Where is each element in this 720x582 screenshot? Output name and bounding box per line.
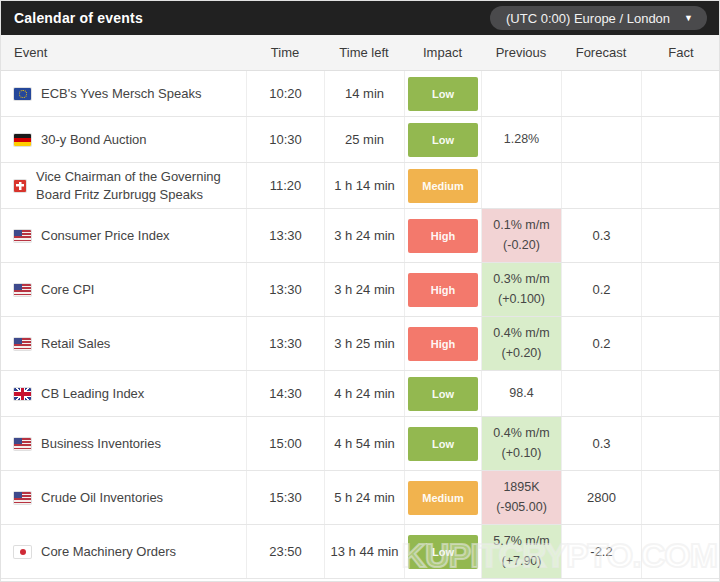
column-header-forecast: Forecast (561, 35, 641, 70)
fact-cell (641, 163, 720, 208)
event-name: Vice Chairman of the Governing Board Fri… (36, 168, 236, 203)
event-name: Crude Oil Inventories (41, 489, 236, 507)
table-row[interactable]: Core CPI 13:30 3 h 24 min High 0.3% m/m(… (1, 263, 719, 317)
time-left-cell: 13 h 44 min (324, 525, 404, 578)
time-left-cell: 1 h 14 min (324, 163, 404, 208)
forecast-cell: 0.2 (561, 317, 641, 370)
table-row[interactable]: CB Leading Index 14:30 4 h 24 min Low 98… (1, 371, 719, 417)
fact-cell (641, 371, 720, 416)
time-cell: 10:30 (246, 117, 324, 162)
column-header-event: Event (1, 35, 246, 70)
impact-badge: Low (408, 123, 478, 157)
event-cell: Consumer Price Index (1, 209, 246, 262)
forecast-cell (561, 163, 641, 208)
fact-cell (641, 417, 720, 470)
flag-japan-icon (14, 546, 31, 558)
timezone-dropdown-value: (UTC 0:00) Europe / London (506, 11, 670, 26)
time-left-cell: 3 h 25 min (324, 317, 404, 370)
previous-cell (481, 71, 561, 116)
previous-cell: 1895K(-905.00) (481, 471, 561, 524)
impact-badge: Low (408, 77, 478, 111)
time-left-cell: 5 h 24 min (324, 471, 404, 524)
previous-cell: 0.3% m/m(+0.100) (481, 263, 561, 316)
time-cell: 13:30 (246, 209, 324, 262)
forecast-cell (561, 117, 641, 162)
event-cell: Core CPI (1, 263, 246, 316)
event-name: Consumer Price Index (41, 227, 236, 245)
table-row[interactable]: Business Inventories 15:00 4 h 54 min Lo… (1, 417, 719, 471)
table-row[interactable]: Retail Sales 13:30 3 h 25 min High 0.4% … (1, 317, 719, 371)
table-row[interactable]: Crude Oil Inventories 15:30 5 h 24 min M… (1, 471, 719, 525)
time-cell: 15:30 (246, 471, 324, 524)
impact-cell: Low (404, 371, 481, 416)
fact-cell (641, 117, 720, 162)
table-row[interactable]: ECB's Yves Mersch Speaks 10:20 14 min Lo… (1, 71, 719, 117)
flag-us-icon (14, 438, 31, 450)
fact-cell (641, 317, 720, 370)
time-cell: 10:20 (246, 71, 324, 116)
event-cell: Business Inventories (1, 417, 246, 470)
table-row[interactable]: 30-y Bond Auction 10:30 25 min Low 1.28% (1, 117, 719, 163)
previous-value: 0.4% m/m (493, 424, 549, 443)
event-cell: Crude Oil Inventories (1, 471, 246, 524)
chevron-down-icon: ▼ (684, 14, 693, 23)
impact-cell: High (404, 209, 481, 262)
time-left-cell: 4 h 24 min (324, 371, 404, 416)
impact-badge: High (408, 327, 478, 361)
impact-cell: High (404, 317, 481, 370)
event-name: Business Inventories (41, 435, 236, 453)
forecast-cell: 0.3 (561, 209, 641, 262)
impact-badge: Low (408, 377, 478, 411)
event-cell: Core Machinery Orders (1, 525, 246, 578)
event-name: ECB's Yves Mersch Speaks (41, 85, 236, 103)
fact-cell (641, 209, 720, 262)
flag-eu-icon (14, 88, 31, 100)
page-title: Calendar of events (14, 10, 143, 26)
time-left-cell: 4 h 54 min (324, 417, 404, 470)
table-row[interactable]: Core Machinery Orders 23:50 13 h 44 min … (1, 525, 719, 579)
flag-us-icon (14, 284, 31, 296)
event-name: 30-y Bond Auction (41, 131, 236, 149)
event-cell: ECB's Yves Mersch Speaks (1, 71, 246, 116)
flag-us-icon (14, 492, 31, 504)
impact-cell: Low (404, 117, 481, 162)
column-header-impact: Impact (404, 35, 481, 70)
previous-change: (+7.90) (502, 552, 542, 571)
impact-cell: Medium (404, 163, 481, 208)
impact-badge: High (408, 273, 478, 307)
impact-badge: Low (408, 427, 478, 461)
column-header-previous: Previous (481, 35, 561, 70)
event-cell: CB Leading Index (1, 371, 246, 416)
previous-change: (+0.10) (502, 444, 542, 463)
time-cell: 15:00 (246, 417, 324, 470)
previous-cell: 0.1% m/m(-0.20) (481, 209, 561, 262)
flag-germany-icon (14, 134, 31, 146)
time-cell: 23:50 (246, 525, 324, 578)
event-cell: 30-y Bond Auction (1, 117, 246, 162)
impact-cell: Low (404, 417, 481, 470)
forecast-cell: 0.2 (561, 263, 641, 316)
impact-badge: Medium (408, 481, 478, 515)
previous-value: 98.4 (509, 384, 533, 403)
forecast-cell (561, 371, 641, 416)
timezone-dropdown[interactable]: (UTC 0:00) Europe / London ▼ (490, 6, 707, 30)
impact-cell: Medium (404, 471, 481, 524)
previous-change: (-905.00) (496, 498, 547, 517)
calendar-header-bar: Calendar of events (UTC 0:00) Europe / L… (1, 1, 719, 35)
fact-cell (641, 71, 720, 116)
table-row[interactable]: Vice Chairman of the Governing Board Fri… (1, 163, 719, 209)
time-cell: 11:20 (246, 163, 324, 208)
time-cell: 13:30 (246, 317, 324, 370)
previous-value: 0.4% m/m (493, 324, 549, 343)
impact-badge: Medium (408, 169, 478, 203)
event-name: Core Machinery Orders (41, 543, 236, 561)
previous-value: 5.7% m/m (493, 532, 549, 551)
forecast-cell: -2.2 (561, 525, 641, 578)
previous-cell: 0.4% m/m(+0.20) (481, 317, 561, 370)
time-cell: 14:30 (246, 371, 324, 416)
column-header-time-left: Time left (324, 35, 404, 70)
time-left-cell: 14 min (324, 71, 404, 116)
table-header-row: Event Time Time left Impact Previous For… (1, 35, 719, 71)
table-row[interactable]: Consumer Price Index 13:30 3 h 24 min Hi… (1, 209, 719, 263)
fact-cell (641, 263, 720, 316)
